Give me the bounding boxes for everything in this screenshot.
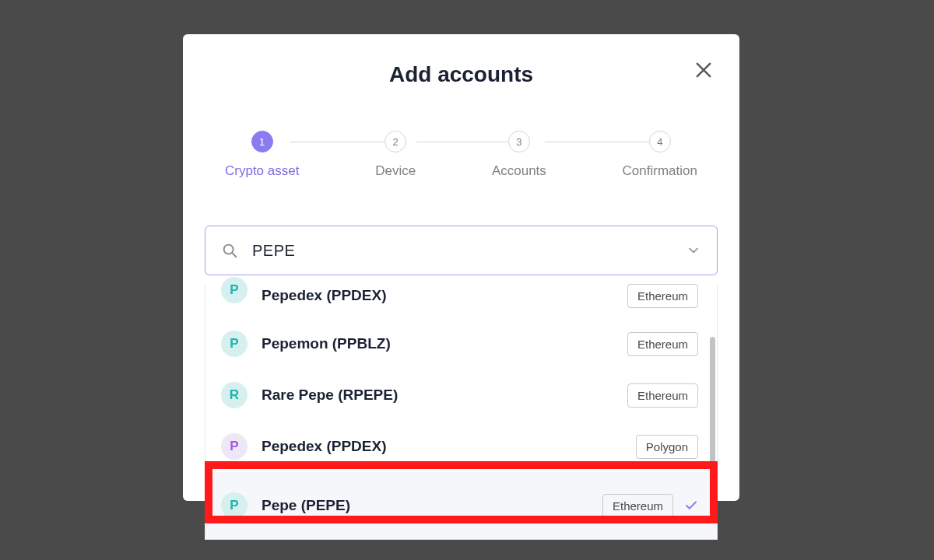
asset-letter-icon: R: [221, 382, 248, 408]
asset-option[interactable]: R Rare Pepe (RPEPE) Ethereum: [205, 369, 717, 421]
modal-header: Add accounts: [183, 34, 739, 87]
asset-letter-icon: P: [221, 331, 248, 357]
chevron-down-icon[interactable]: [686, 243, 701, 258]
step-accounts: 3 Accounts: [492, 131, 546, 179]
step-number: 4: [649, 131, 671, 152]
stepper: 1 Crypto asset 2 Device 3 Accounts 4 Con…: [225, 131, 697, 179]
step-number: 1: [251, 131, 273, 152]
check-icon: [684, 499, 698, 513]
close-icon: [693, 59, 715, 81]
step-device: 2 Device: [375, 131, 416, 179]
asset-letter-icon: P: [221, 277, 248, 303]
step-confirmation: 4 Confirmation: [623, 131, 697, 179]
asset-option-label: Pepe (PEPE): [262, 497, 602, 514]
asset-option[interactable]: P Pepemon (PPBLZ) Ethereum: [205, 318, 717, 369]
asset-option-label: Rare Pepe (RPEPE): [262, 387, 627, 404]
modal-title: Add accounts: [183, 62, 739, 87]
asset-search-input[interactable]: [252, 242, 686, 260]
asset-option-label: Pepedex (PPDEX): [262, 287, 627, 304]
step-number: 3: [508, 131, 530, 152]
step-label: Device: [375, 163, 416, 179]
asset-search[interactable]: [205, 226, 718, 275]
asset-option[interactable]: P Pepedex (PPDEX) Ethereum: [205, 285, 717, 318]
close-button[interactable]: [693, 59, 715, 81]
step-crypto-asset: 1 Crypto asset: [225, 131, 299, 179]
step-label: Accounts: [492, 163, 546, 179]
chain-tag: Ethereum: [627, 332, 698, 356]
chain-tag: Polygon: [636, 435, 698, 459]
asset-letter-icon: P: [221, 433, 248, 460]
asset-option[interactable]: P Pepedex (PPDEX) Polygon: [205, 421, 717, 472]
chain-tag: Ethereum: [627, 284, 698, 308]
chain-tag: Ethereum: [627, 383, 698, 408]
asset-option-label: Pepemon (PPBLZ): [262, 335, 627, 352]
dropdown-scrollbar[interactable]: [710, 337, 715, 471]
asset-letter-icon: P: [221, 492, 248, 519]
step-label: Confirmation: [623, 163, 697, 179]
step-label: Crypto asset: [225, 163, 299, 179]
search-icon: [221, 242, 238, 259]
asset-option-selected[interactable]: P Pepe (PEPE) Ethereum: [205, 472, 717, 539]
asset-dropdown: P Pepedex (PPDEX) Ethereum P Pepemon (PP…: [205, 285, 718, 540]
step-number: 2: [384, 131, 406, 152]
asset-option-label: Pepedex (PPDEX): [262, 438, 636, 455]
chain-tag: Ethereum: [602, 494, 673, 518]
